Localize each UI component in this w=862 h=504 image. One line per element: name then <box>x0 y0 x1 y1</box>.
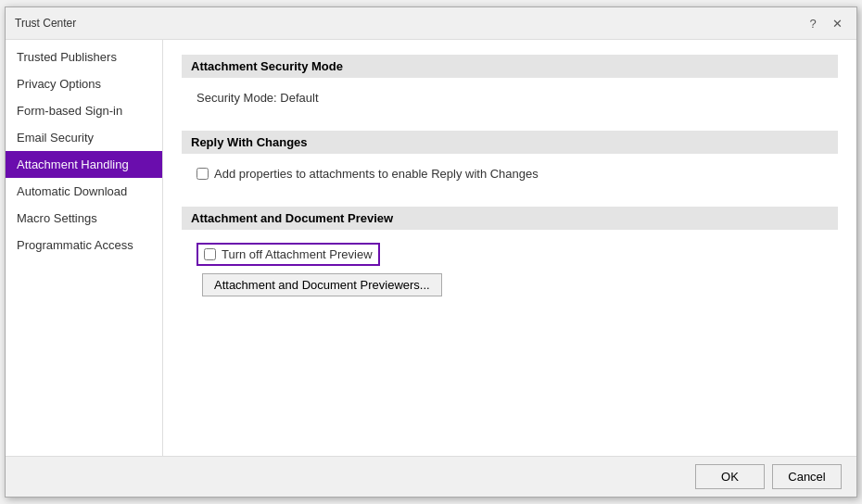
sidebar-item-form-signin[interactable]: Form-based Sign-in <box>6 97 162 124</box>
attachment-security-header: Attachment Security Mode <box>182 55 838 78</box>
dialog-title: Trust Center <box>15 17 76 30</box>
dialog-footer: OK Cancel <box>6 456 856 497</box>
sidebar-item-privacy-options[interactable]: Privacy Options <box>6 70 162 97</box>
cancel-button[interactable]: Cancel <box>772 464 842 489</box>
reply-changes-label[interactable]: Add properties to attachments to enable … <box>214 167 539 181</box>
sidebar-item-automatic-download[interactable]: Automatic Download <box>6 178 162 205</box>
help-button[interactable]: ? <box>803 13 823 33</box>
sidebar-item-macro-settings[interactable]: Macro Settings <box>6 205 162 232</box>
sidebar-item-email-security[interactable]: Email Security <box>6 124 162 151</box>
close-button[interactable]: ✕ <box>827 13 847 33</box>
attachment-preview-content: Turn off Attachment Preview Attachment a… <box>182 237 838 306</box>
trust-center-dialog: Trust Center ? ✕ Trusted PublishersPriva… <box>5 6 857 498</box>
turn-off-preview-label[interactable]: Turn off Attachment Preview <box>222 247 373 261</box>
sidebar-item-trusted-publishers[interactable]: Trusted Publishers <box>6 44 162 70</box>
attachment-preview-header: Attachment and Document Preview <box>182 207 838 230</box>
turn-off-preview-checkbox[interactable] <box>204 248 216 260</box>
dialog-body: Trusted PublishersPrivacy OptionsForm-ba… <box>6 40 856 456</box>
reply-changes-checkbox[interactable] <box>196 168 209 180</box>
reply-changes-row: Add properties to attachments to enable … <box>196 167 823 181</box>
sidebar: Trusted PublishersPrivacy OptionsForm-ba… <box>6 40 163 456</box>
title-bar: Trust Center ? ✕ <box>6 7 856 40</box>
sidebar-item-attachment-handling[interactable]: Attachment Handling <box>6 151 162 178</box>
title-bar-buttons: ? ✕ <box>803 13 847 33</box>
previewers-button[interactable]: Attachment and Document Previewers... <box>202 273 442 296</box>
focused-checkbox-container: Turn off Attachment Preview <box>196 243 380 266</box>
main-content: Attachment Security Mode Security Mode: … <box>163 40 856 456</box>
turn-off-preview-row: Turn off Attachment Preview <box>196 243 823 266</box>
reply-changes-header: Reply With Changes <box>182 131 838 154</box>
attachment-security-content: Security Mode: Default <box>182 85 838 120</box>
reply-changes-content: Add properties to attachments to enable … <box>182 161 838 195</box>
sidebar-item-programmatic-access[interactable]: Programmatic Access <box>6 232 162 258</box>
ok-button[interactable]: OK <box>695 464 765 489</box>
security-mode-text: Security Mode: Default <box>196 91 823 105</box>
